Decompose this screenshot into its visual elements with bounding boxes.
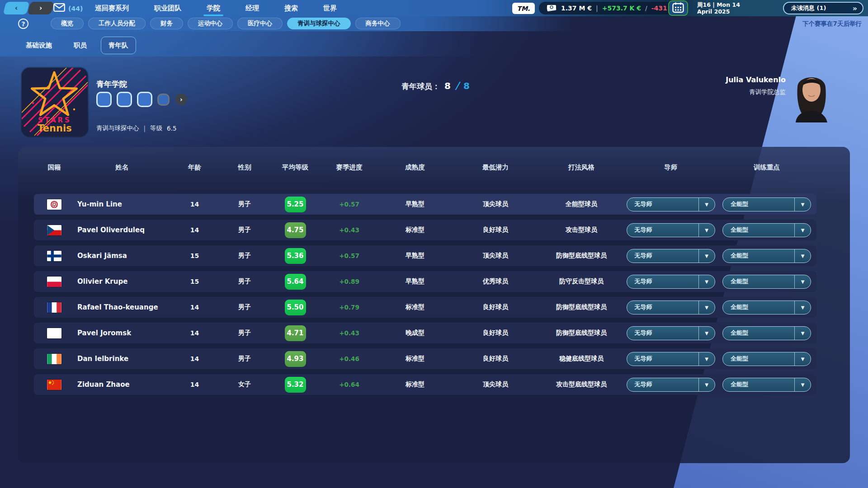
season-progress: +0.46 bbox=[321, 355, 377, 362]
mentor-select[interactable]: 无导师 ▼ bbox=[627, 300, 715, 314]
mentor-select[interactable]: 无导师 ▼ bbox=[627, 197, 715, 211]
topnav-1[interactable]: 职业团队 bbox=[153, 0, 182, 17]
section-tab-0[interactable]: 概览 bbox=[51, 18, 84, 29]
chevron-down-icon: ▼ bbox=[794, 275, 811, 288]
inbox-button[interactable]: (44) bbox=[53, 3, 83, 14]
mentor-select[interactable]: 无导师 ▼ bbox=[627, 223, 715, 237]
table-header-row: 国籍姓名年龄性别平均等级赛季进度成熟度最低潜力打法风格导师训练重点 bbox=[34, 160, 816, 174]
forward-button[interactable]: › bbox=[28, 2, 54, 14]
tab-2[interactable]: 青年队 bbox=[101, 37, 136, 54]
player-row[interactable]: Olivier Krupe 15 男子 5.64 +0.89 早熟型 优秀球员 … bbox=[34, 271, 816, 292]
topnav-2[interactable]: 学院 bbox=[206, 0, 221, 17]
column-header-3[interactable]: 性别 bbox=[220, 163, 269, 172]
player-row[interactable]: Ziduan Zhaoe 14 女子 5.32 +0.64 标准型 顶尖球员 攻… bbox=[34, 374, 816, 395]
topnav-5[interactable]: 世界 bbox=[322, 0, 338, 17]
focus-cell: 全能型 ▼ bbox=[717, 223, 816, 237]
training-focus-select[interactable]: 全能型 ▼ bbox=[722, 378, 811, 392]
training-focus-value: 全能型 bbox=[723, 252, 748, 260]
column-header-7[interactable]: 最低潜力 bbox=[453, 163, 538, 172]
expand-slots-button[interactable]: › bbox=[175, 94, 187, 105]
section-tab-6[interactable]: 商务中心 bbox=[355, 18, 401, 29]
column-header-0[interactable]: 国籍 bbox=[34, 163, 75, 172]
player-row[interactable]: Pavel Joromsk 14 男子 4.71 +0.43 晚成型 良好球员 … bbox=[34, 323, 816, 343]
column-header-1[interactable]: 姓名 bbox=[75, 163, 170, 172]
calendar-button[interactable] bbox=[668, 0, 688, 16]
player-name: Rafael Thao-keuange bbox=[75, 303, 170, 311]
column-header-4[interactable]: 平均等级 bbox=[269, 163, 321, 172]
date-month-line: April 2025 bbox=[697, 8, 740, 15]
section-tab-1[interactable]: 工作人员分配 bbox=[88, 18, 146, 29]
training-focus-select[interactable]: 全能型 ▼ bbox=[722, 352, 811, 366]
help-button[interactable]: ? bbox=[18, 19, 28, 29]
play-style: 防守反击型球员 bbox=[538, 277, 624, 286]
player-row[interactable]: Yu-min Line 14 男子 5.25 +0.57 早熟型 顶尖球员 全能… bbox=[34, 194, 816, 215]
czech-republic-flag-icon bbox=[47, 225, 61, 235]
min-potential: 良好球员 bbox=[453, 226, 538, 234]
player-row[interactable]: Rafael Thao-keuange 14 男子 5.50 +0.79 标准型… bbox=[34, 297, 816, 318]
focus-cell: 全能型 ▼ bbox=[717, 378, 816, 392]
player-name: Pavel Joromsk bbox=[75, 329, 170, 337]
france-flag-icon bbox=[47, 302, 61, 313]
chevron-down-icon: ▼ bbox=[698, 378, 715, 391]
training-focus-select[interactable]: 全能型 ▼ bbox=[722, 300, 811, 314]
sub-tabs-bar: 基础设施职员青年队 bbox=[0, 31, 868, 56]
top-bar: ‹ › (44) 巡回赛系列职业团队学院经理搜索世界 TM. 1.37 M € … bbox=[0, 0, 868, 16]
tab-0[interactable]: 基础设施 bbox=[18, 37, 60, 54]
column-header-5[interactable]: 赛季进度 bbox=[321, 163, 377, 172]
mentor-value: 无导师 bbox=[627, 303, 652, 311]
column-header-2[interactable]: 年龄 bbox=[170, 163, 220, 172]
poland-flag-icon bbox=[47, 277, 61, 287]
training-focus-select[interactable]: 全能型 ▼ bbox=[722, 326, 811, 340]
section-tab-4[interactable]: 医疗中心 bbox=[237, 18, 283, 29]
training-focus-select[interactable]: 全能型 ▼ bbox=[722, 249, 811, 263]
nationality-cell bbox=[34, 251, 75, 261]
academy-star-slots: › bbox=[96, 92, 187, 107]
chevron-down-icon: ▼ bbox=[698, 327, 715, 340]
column-header-9[interactable]: 导师 bbox=[624, 163, 717, 172]
director-avatar[interactable] bbox=[790, 69, 832, 122]
tab-1[interactable]: 职员 bbox=[66, 37, 94, 54]
training-focus-select[interactable]: 全能型 ▼ bbox=[722, 197, 811, 211]
mentor-select[interactable]: 无导师 ▼ bbox=[627, 378, 715, 392]
back-button[interactable]: ‹ bbox=[3, 2, 30, 14]
ireland-flag-icon bbox=[47, 354, 61, 364]
mentor-select[interactable]: 无导师 ▼ bbox=[627, 249, 715, 263]
focus-cell: 全能型 ▼ bbox=[717, 300, 816, 314]
training-focus-value: 全能型 bbox=[723, 226, 748, 234]
player-gender: 男子 bbox=[220, 226, 269, 234]
players-current: 8 bbox=[444, 80, 451, 91]
column-header-8[interactable]: 打法风格 bbox=[538, 163, 624, 172]
season-progress: +0.57 bbox=[321, 252, 377, 259]
season-progress: +0.79 bbox=[321, 304, 377, 311]
mentor-select[interactable]: 无导师 ▼ bbox=[627, 326, 715, 340]
finance-summary[interactable]: 1.37 M € | +573.7 K € / -431 K € bbox=[539, 2, 688, 14]
section-nav-bar: ? 概览工作人员分配财务运动中心医疗中心青训与球探中心商务中心 bbox=[0, 16, 868, 31]
player-row[interactable]: Pavel Oliverduleq 14 男子 4.75 +0.43 标准型 良… bbox=[34, 220, 816, 240]
unread-messages-button[interactable]: 未读消息 (1) » bbox=[783, 2, 863, 14]
unread-label: 未读消息 (1) bbox=[791, 4, 826, 12]
rating-badge: 5.32 bbox=[285, 377, 306, 393]
chevron-left-icon: ‹ bbox=[15, 4, 18, 12]
player-age: 14 bbox=[170, 304, 220, 311]
maturity: 早熟型 bbox=[377, 200, 453, 208]
player-row[interactable]: Dan Ielbrinke 14 男子 4.93 +0.46 标准型 良好球员 … bbox=[34, 348, 816, 369]
topnav-3[interactable]: 经理 bbox=[245, 0, 260, 17]
topnav-4[interactable]: 搜索 bbox=[283, 0, 299, 17]
question-icon: ? bbox=[21, 20, 25, 28]
training-focus-select[interactable]: 全能型 ▼ bbox=[722, 275, 811, 289]
nationality-cell bbox=[34, 277, 75, 287]
season-progress: +0.64 bbox=[321, 381, 377, 388]
section-tab-5[interactable]: 青训与球探中心 bbox=[287, 18, 351, 29]
player-row[interactable]: Oskari Jämsa 15 男子 5.36 +0.57 早熟型 顶尖球员 防… bbox=[34, 245, 816, 266]
mentor-select[interactable]: 无导师 ▼ bbox=[627, 352, 715, 366]
topnav-0[interactable]: 巡回赛系列 bbox=[94, 0, 130, 17]
column-header-6[interactable]: 成熟度 bbox=[377, 163, 453, 172]
player-age: 15 bbox=[170, 252, 220, 259]
section-tab-2[interactable]: 财务 bbox=[150, 18, 183, 29]
section-tab-3[interactable]: 运动中心 bbox=[188, 18, 233, 29]
mentor-select[interactable]: 无导师 ▼ bbox=[627, 275, 715, 289]
nationality-cell bbox=[34, 302, 75, 313]
player-name: Pavel Oliverduleq bbox=[75, 226, 170, 234]
training-focus-select[interactable]: 全能型 ▼ bbox=[722, 223, 811, 237]
column-header-10[interactable]: 训练重点 bbox=[717, 163, 816, 172]
